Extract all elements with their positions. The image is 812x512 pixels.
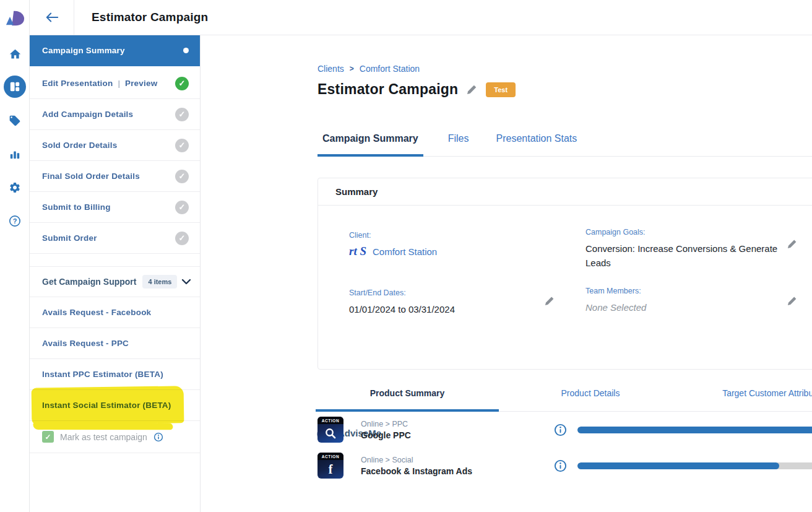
top-bar: Estimator Campaign xyxy=(30,0,812,35)
edit-team-pencil-icon[interactable] xyxy=(787,296,797,308)
check-circle-icon: ✓ xyxy=(175,232,189,245)
sidebar-item-avails-request-ppc[interactable]: Avails Request - PPC xyxy=(30,328,200,359)
get-campaign-support-toggle[interactable]: Get Campaign Support 4 items xyxy=(30,266,200,297)
product-category: Online > Social xyxy=(361,456,516,464)
breadcrumb-separator: > xyxy=(350,64,354,73)
campaign-steps-sidebar: Campaign Summary Edit Presentation | Pre… xyxy=(30,35,201,512)
tab-product-details[interactable]: Product Details xyxy=(499,380,682,411)
sidebar-item-submit-order[interactable]: Submit Order ✓ xyxy=(30,223,200,254)
action-band: ACTION xyxy=(317,453,343,460)
sidebar-item-edit-presentation[interactable]: Edit Presentation | Preview ✓ xyxy=(30,68,200,99)
separator: | xyxy=(118,79,120,88)
breadcrumb-client-link[interactable]: Comfort Station xyxy=(360,64,420,74)
sidebar-item-label: Sold Order Details xyxy=(42,141,117,150)
tab-campaign-summary[interactable]: Campaign Summary xyxy=(317,127,423,157)
google-ppc-tile: ACTION xyxy=(317,417,343,443)
search-icon xyxy=(317,424,343,443)
check-circle-icon: ✓ xyxy=(175,139,189,152)
bar-chart-icon[interactable] xyxy=(0,143,30,165)
breadcrumb: Clients > Comfort Station xyxy=(317,64,420,74)
campaign-goals-field: Campaign Goals: Conversion: Increase Con… xyxy=(585,228,784,271)
dates-label: Start/End Dates: xyxy=(349,289,553,297)
home-icon[interactable] xyxy=(0,43,30,65)
app-screen: ? Estimator Campaign Campaign Summary Ed… xyxy=(0,0,812,512)
goals-label: Campaign Goals: xyxy=(585,228,784,236)
progress-bar-facebook-instagram xyxy=(577,462,812,469)
team-value: None Selected xyxy=(585,300,784,315)
info-icon[interactable] xyxy=(554,459,567,472)
goals-value: Conversion: Increase Conversions & Gener… xyxy=(585,241,784,271)
tab-product-summary[interactable]: Product Summary xyxy=(316,380,499,412)
client-name-link[interactable]: Comfort Station xyxy=(373,246,437,257)
sidebar-item-sold-order-details[interactable]: Sold Order Details ✓ xyxy=(30,130,200,161)
summary-card: Summary Client: rt S Comfort Station Cam… xyxy=(317,178,812,370)
sidebar-item-label: Instant PPC Estimator (BETA) xyxy=(42,370,163,379)
edit-title-pencil-icon[interactable] xyxy=(467,84,477,95)
tag-icon[interactable] xyxy=(0,110,30,132)
test-campaign-checkbox[interactable]: ✓ xyxy=(42,431,54,443)
action-band: ACTION xyxy=(317,417,343,424)
gear-icon[interactable] xyxy=(0,176,30,199)
info-icon[interactable] xyxy=(153,432,163,442)
facebook-tile: ACTION f xyxy=(317,453,343,479)
edit-presentation-link[interactable]: Edit Presentation xyxy=(42,79,113,88)
back-button[interactable] xyxy=(30,0,74,35)
sidebar-item-add-campaign-details[interactable]: Add Campaign Details ✓ xyxy=(30,99,200,130)
sidebar-item-campaign-summary[interactable]: Campaign Summary xyxy=(30,35,200,66)
sidebar-item-instant-ppc-estimator[interactable]: Instant PPC Estimator (BETA) xyxy=(30,359,200,390)
sidebar-item-final-sold-order-details[interactable]: Final Sold Order Details ✓ xyxy=(30,161,200,192)
sidebar-item-label: Instant Social Estimator (BETA) xyxy=(42,401,171,410)
tab-files[interactable]: Files xyxy=(446,127,472,156)
sidebar-item-avails-request-facebook[interactable]: Avails Request - Facebook xyxy=(30,297,200,328)
edit-dates-pencil-icon[interactable] xyxy=(545,296,555,308)
team-members-field: Team Members: None Selected xyxy=(585,287,784,315)
sidebar-item-label: Final Sold Order Details xyxy=(42,171,140,181)
sidebar-item-label: Submit Order xyxy=(42,233,97,243)
dashboard-icon[interactable] xyxy=(0,76,30,98)
mark-as-test-campaign-row: ✓ Mark as test campaign xyxy=(30,421,200,453)
chevron-down-icon xyxy=(181,276,191,287)
test-campaign-label: Mark as test campaign xyxy=(60,432,147,442)
product-name: Facebook & Instagram Ads xyxy=(361,466,516,476)
support-label: Get Campaign Support xyxy=(42,277,136,287)
check-circle-icon: ✓ xyxy=(175,77,189,90)
test-badge: Test xyxy=(486,82,516,97)
progress-fill xyxy=(577,462,779,469)
check-circle-icon: ✓ xyxy=(175,170,189,183)
app-logo-icon[interactable] xyxy=(5,7,25,31)
team-label: Team Members: xyxy=(585,287,784,295)
campaign-tabs: Campaign Summary Files Presentation Stat… xyxy=(317,127,812,157)
page-title: Estimator Campaign xyxy=(317,81,458,98)
sidebar-item-label: Campaign Summary xyxy=(42,46,125,55)
product-category: Online > PPC xyxy=(361,420,516,428)
info-icon[interactable] xyxy=(554,423,567,436)
product-row-facebook-instagram: ACTION f Online > Social Facebook & Inst… xyxy=(317,452,812,479)
preview-link[interactable]: Preview xyxy=(125,79,157,88)
edit-goals-pencil-icon[interactable] xyxy=(787,239,797,251)
items-count-badge: 4 items xyxy=(142,275,177,289)
product-tabs: Product Summary Product Details Target C… xyxy=(316,380,812,412)
client-field: Client: rt S Comfort Station xyxy=(349,231,553,258)
sidebar-item-label: Submit to Billing xyxy=(42,202,111,212)
client-label: Client: xyxy=(349,231,553,240)
tab-target-customer-attributes[interactable]: Target Customer Attributes xyxy=(682,380,812,411)
icon-rail: ? xyxy=(0,0,30,512)
page-title-row: Estimator Campaign Test xyxy=(317,81,516,98)
help-icon[interactable]: ? xyxy=(0,210,30,232)
product-row-google-ppc: ACTION Online > PPC Google PPC xyxy=(317,416,812,443)
window-title: Estimator Campaign xyxy=(92,0,208,35)
svg-text:?: ? xyxy=(13,217,17,225)
sidebar-item-submit-to-billing[interactable]: Submit to Billing ✓ xyxy=(30,192,200,223)
check-circle-icon: ✓ xyxy=(175,108,189,121)
dates-field: Start/End Dates: 01/01/2024 to 03/31/202… xyxy=(349,289,553,316)
sidebar-gap xyxy=(30,254,200,266)
sidebar-item-label: Avails Request - PPC xyxy=(42,339,129,348)
breadcrumb-clients-link[interactable]: Clients xyxy=(317,64,344,74)
client-logo: rt S xyxy=(349,245,366,258)
product-texts: Online > Social Facebook & Instagram Ads xyxy=(361,456,516,476)
sidebar-item-label: Add Campaign Details xyxy=(42,110,133,119)
dates-value: 01/01/2024 to 03/31/2024 xyxy=(349,302,553,316)
tab-presentation-stats[interactable]: Presentation Stats xyxy=(494,127,580,156)
sidebar-item-instant-social-estimator[interactable]: Instant Social Estimator (BETA) xyxy=(30,390,200,421)
summary-card-title: Summary xyxy=(318,178,812,206)
